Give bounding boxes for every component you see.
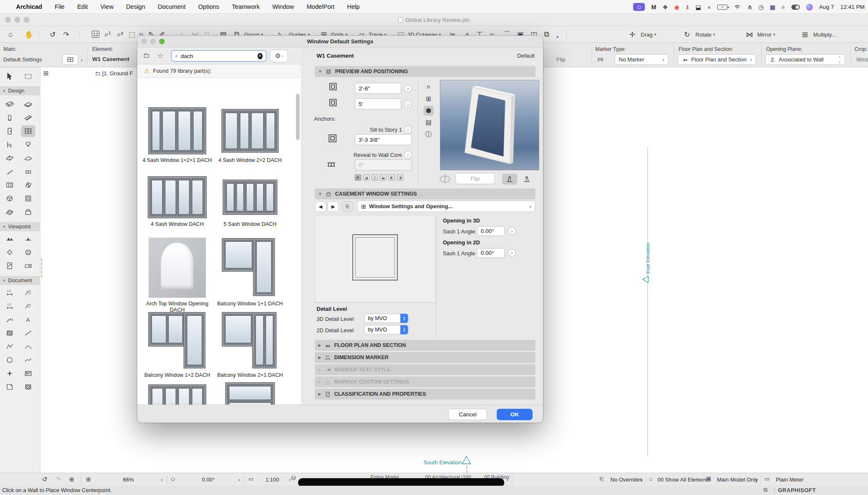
column-tool[interactable] xyxy=(3,112,17,124)
morph-tool[interactable] xyxy=(3,193,17,204)
clear-search-icon[interactable]: ✕ xyxy=(258,53,263,59)
prev-page-button[interactable]: ◀ xyxy=(315,201,326,212)
library-scrollbar[interactable] xyxy=(296,94,300,140)
anchor-option-5[interactable]: ◧ xyxy=(389,175,395,180)
multiply-button[interactable]: Multiply... xyxy=(813,29,836,40)
zoom-level-value[interactable]: 66% xyxy=(99,476,158,483)
elevation-tool[interactable] xyxy=(21,233,35,245)
sash-angle-2d-field[interactable]: 0.00° xyxy=(477,248,505,258)
drawing-tool[interactable] xyxy=(3,381,17,393)
angle-dimension-tool[interactable] xyxy=(21,287,35,299)
arc-tool[interactable] xyxy=(21,341,35,352)
level-dimension-tool[interactable] xyxy=(3,300,17,312)
anchor-option-1[interactable]: ◩ xyxy=(355,175,361,180)
height-options-button[interactable]: › xyxy=(404,100,412,108)
anchor-option-4[interactable]: ⬓ xyxy=(380,175,386,180)
dropbox-icon[interactable]: ❖ xyxy=(663,4,668,11)
hotspot-tool[interactable] xyxy=(3,368,17,379)
marker-type-select[interactable]: No Marker› xyxy=(615,54,668,65)
renovation-state-icon[interactable]: ▭ xyxy=(764,476,769,482)
orientation-icon[interactable]: ◇ xyxy=(171,476,175,482)
model-filter-icon[interactable]: ⌘ xyxy=(706,476,711,482)
front-preview-icon[interactable]: ⊞ xyxy=(423,94,434,104)
cancel-button[interactable]: Cancel xyxy=(448,409,487,420)
library-item[interactable]: 4 Sash Window DACH xyxy=(141,175,213,228)
quick-layers-icon[interactable]: ⌕ˣ xyxy=(117,29,123,40)
marquee-adjust-icon[interactable]: ⬚ xyxy=(128,29,135,40)
orientation-left-button[interactable] xyxy=(502,174,517,185)
rotate-dropdown[interactable]: Rotate▾ xyxy=(695,29,715,40)
battery-icon[interactable]: ϟ xyxy=(717,5,727,10)
search-settings-button[interactable]: ⚙› xyxy=(270,50,288,62)
zone-tool[interactable] xyxy=(21,206,35,218)
menu-design[interactable]: Design xyxy=(126,3,145,10)
section-marker-text-style[interactable]: ▶MARKER TEXT STYLE xyxy=(315,364,535,375)
palette-stack-icon[interactable]: ⧉ xyxy=(764,487,767,493)
overrides-chevron[interactable]: › xyxy=(640,476,642,483)
next-page-button[interactable]: ▶ xyxy=(327,201,339,212)
reveal-depth-field[interactable]: 0" xyxy=(355,159,412,170)
wifi-icon[interactable] xyxy=(734,3,741,11)
modify-chevron-icon[interactable]: ▾ xyxy=(556,32,559,42)
orientation-value[interactable]: 0.00° xyxy=(181,476,236,483)
south-elevation-marker-icon[interactable] xyxy=(461,455,471,465)
library-item-partial[interactable] xyxy=(214,384,286,405)
menu-teamwork[interactable]: Teamwork xyxy=(232,3,260,10)
library-item[interactable]: 4 Sash Window 1+2+1 DACH xyxy=(141,106,213,164)
zoom-back-icon[interactable]: ↺ xyxy=(42,476,48,483)
east-elevation-marker-icon[interactable] xyxy=(642,275,650,284)
menu-view[interactable]: View xyxy=(100,3,113,10)
section-preview-positioning[interactable]: ▼PREVIEW AND POSITIONING xyxy=(315,66,535,77)
favorites-star-icon[interactable]: ☆ xyxy=(157,52,163,60)
siri-icon[interactable] xyxy=(806,4,813,11)
opening-plane-select[interactable]: Associated to Wall⌃⌄ xyxy=(765,54,845,65)
sash-angle-3d-field[interactable]: 0.00° xyxy=(477,226,505,236)
drag-dropdown[interactable]: Drag▾ xyxy=(641,29,656,40)
toolbox-section-design[interactable]: ▼Design xyxy=(0,86,40,95)
renovation-value[interactable]: Plain Meter xyxy=(776,476,804,483)
section-casement-settings[interactable]: ▼CASEMENT WINDOW SETTINGS xyxy=(315,188,535,199)
door-tool[interactable] xyxy=(3,125,17,137)
show-elements-chevron[interactable]: › xyxy=(697,476,699,483)
library-item[interactable]: Balcony Window 2+1 DACH xyxy=(214,312,286,379)
reveal-anchor-label[interactable]: Reveal to Wall Core xyxy=(342,152,402,158)
stair-tool[interactable] xyxy=(3,166,17,177)
overrides-value[interactable]: No Overrides xyxy=(610,476,643,483)
element-type-button[interactable] xyxy=(62,54,78,65)
spline-tool[interactable] xyxy=(21,354,35,366)
antenna-icon[interactable]: ⍋ xyxy=(686,3,689,11)
sill-anchor-label[interactable]: Sill to Story 1 xyxy=(355,127,402,133)
reveal-anchor-button[interactable]: › xyxy=(404,151,412,159)
detail-2d-select[interactable]: by MVO▲▼ xyxy=(364,325,408,334)
radial-dimension-tool[interactable] xyxy=(21,300,35,312)
slab-tool[interactable] xyxy=(21,98,35,110)
text-tool[interactable] xyxy=(21,314,35,326)
display-icon[interactable]: ⬓ xyxy=(695,4,701,11)
sash-angle-2d-button[interactable]: › xyxy=(508,249,516,257)
menubar-date[interactable]: Aug 7 xyxy=(819,4,834,10)
renovation-filter-icon[interactable]: ⌂ xyxy=(649,476,652,482)
control-center-icon[interactable] xyxy=(791,5,800,10)
section-tool[interactable] xyxy=(3,233,17,245)
drag-icon[interactable]: ✛ xyxy=(629,29,635,40)
redo-icon[interactable]: ↷ xyxy=(63,29,69,40)
menu-archicad[interactable]: Archicad xyxy=(16,3,42,10)
curtain-wall-tool[interactable] xyxy=(3,179,17,191)
folder-view-icon[interactable]: 🗀 xyxy=(143,52,150,59)
scale-value[interactable]: 1:100 xyxy=(258,476,287,483)
record-icon[interactable]: ◉ xyxy=(674,4,679,11)
library-item[interactable]: Balcony Window 1+2 DACH xyxy=(141,312,213,379)
object-tool[interactable] xyxy=(3,139,17,151)
orientation-right-button[interactable] xyxy=(519,174,534,185)
orientation-chevron[interactable]: › xyxy=(238,476,240,483)
library-search-field[interactable]: ⌕ ✕ xyxy=(171,50,267,62)
dimension-tool[interactable] xyxy=(3,287,17,299)
library-item[interactable]: 5 Sash Window DACH xyxy=(214,175,286,228)
schedule-icon[interactable]: 12 xyxy=(92,31,99,38)
interior-elevation-tool[interactable] xyxy=(3,246,17,258)
screen-control-icon[interactable]: ◻ xyxy=(633,3,645,11)
dialog-title-bar[interactable]: Window Default Settings xyxy=(137,36,543,48)
settings-page-selector[interactable]: ⊞ Window Settings and Opening... › xyxy=(357,201,535,212)
width-options-button[interactable]: › xyxy=(404,85,412,92)
menu-help[interactable]: Help xyxy=(347,3,360,10)
